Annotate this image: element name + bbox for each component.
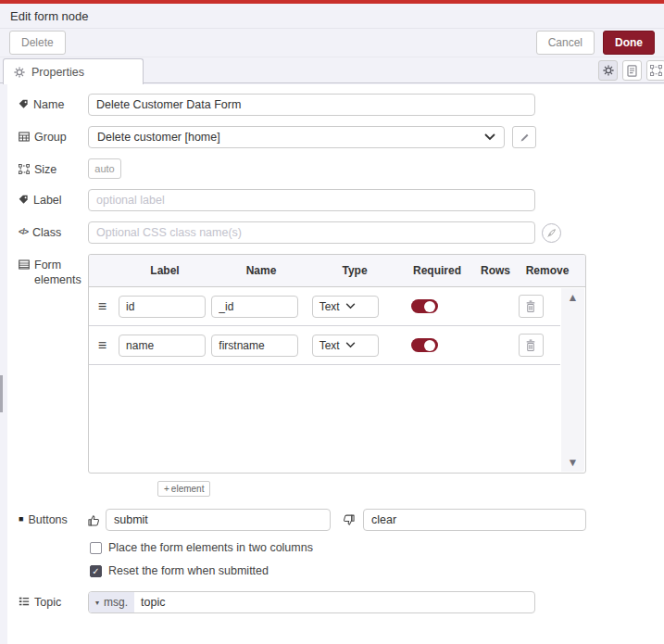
two-columns-label: Place the form elements in two columns [108, 541, 313, 554]
size-auto-button[interactable]: auto [88, 158, 121, 179]
table-row: ≡ Text [89, 326, 560, 365]
reset-form-checkbox[interactable]: ✓ [90, 565, 102, 577]
drag-handle-icon[interactable]: ≡ [98, 338, 106, 353]
editor-tabbar: Properties [0, 57, 664, 83]
add-element-button[interactable]: +element [157, 481, 210, 497]
appearance-tab-button[interactable] [646, 60, 664, 81]
name-row: Name [19, 94, 664, 116]
header-required: Required [400, 264, 474, 277]
topic-type-label: msg. [104, 596, 128, 609]
header-label: Label [117, 264, 213, 277]
form-elements-table: Label Name Type Required Rows Remove ≡ [88, 254, 586, 474]
two-columns-option: Place the form elements in two columns [90, 541, 664, 554]
name-label: Name [19, 94, 88, 113]
object-group-icon [19, 163, 30, 174]
label-label: Label [19, 189, 88, 208]
element-type-select[interactable]: Text [312, 335, 379, 357]
element-label-input[interactable] [119, 335, 206, 357]
form-elements-table-header: Label Name Type Required Rows Remove [89, 255, 585, 287]
class-picker-button[interactable] [542, 223, 561, 243]
caret-down-icon: ▾ [95, 599, 99, 607]
dialog-title: Edit form node [0, 4, 664, 29]
description-tab-button[interactable] [622, 60, 642, 81]
properties-tab-gear-button[interactable] [598, 60, 618, 81]
required-toggle[interactable] [411, 338, 438, 352]
buttons-inputs [88, 509, 586, 531]
document-icon [627, 65, 637, 77]
remove-element-button[interactable] [519, 334, 544, 357]
size-label: Size [19, 158, 88, 178]
scroll-down-icon[interactable]: ▼ [568, 457, 579, 468]
tab-icon-buttons [598, 60, 664, 81]
topic-row: Topic ▾ msg. topic [19, 591, 664, 613]
remove-element-button[interactable] [519, 295, 544, 318]
chevron-down-icon [345, 342, 371, 348]
clear-button-input[interactable] [363, 509, 586, 531]
table-row: ≡ Text [89, 287, 560, 326]
drag-handle-icon[interactable]: ≡ [98, 299, 106, 314]
trash-icon [525, 300, 536, 313]
topic-label: Topic [19, 591, 88, 611]
table-scrollbar[interactable]: ▲ ▼ [561, 288, 584, 472]
buttons-label: ■ Buttons [19, 509, 88, 528]
tab-properties[interactable]: Properties [3, 58, 144, 84]
pencil-icon [520, 133, 530, 143]
thumbs-down-icon [343, 514, 355, 526]
element-type-select[interactable]: Text [312, 296, 379, 318]
size-row: Size auto [19, 158, 664, 179]
feather-icon [546, 228, 557, 238]
tray-resize-grip[interactable] [0, 375, 3, 412]
group-selected-value: Delete customer [home] [97, 131, 484, 144]
tab-properties-label: Properties [31, 66, 84, 79]
tasks-icon [19, 596, 30, 607]
scroll-up-icon[interactable]: ▲ [568, 292, 579, 303]
gear-icon [603, 65, 614, 76]
gear-icon [14, 67, 25, 78]
done-button[interactable]: Done [603, 31, 655, 55]
element-type-value: Text [319, 300, 345, 313]
header-type: Type [309, 264, 400, 277]
tag-icon [19, 98, 29, 109]
list-table-icon [19, 259, 30, 270]
group-label: Group [19, 126, 88, 145]
element-label-input[interactable] [119, 296, 206, 318]
form-elements-table-body: ≡ Text [89, 287, 585, 473]
group-row: Group Delete customer [home] [19, 126, 664, 148]
required-toggle[interactable] [411, 299, 438, 313]
properties-form: Name Group Delete customer [home] [7, 84, 664, 644]
label-input[interactable] [88, 189, 535, 211]
header-remove: Remove [517, 264, 578, 277]
topic-type-selector[interactable]: ▾ msg. [89, 592, 134, 612]
buttons-row: ■ Buttons [19, 509, 664, 531]
tag-icon [19, 194, 29, 205]
edit-group-button[interactable] [512, 126, 536, 148]
code-icon: </> [19, 226, 28, 237]
form-elements-label: Form elements [19, 254, 88, 287]
element-name-input[interactable] [211, 296, 298, 318]
label-row: Label [19, 189, 664, 211]
plus-icon: + [164, 484, 169, 494]
element-type-value: Text [319, 339, 345, 352]
header-name: Name [213, 264, 309, 277]
object-group-icon [650, 65, 662, 76]
class-label: </> Class [19, 221, 88, 241]
thumbs-up-icon [88, 514, 100, 526]
element-name-input[interactable] [211, 335, 298, 357]
class-input[interactable] [88, 221, 535, 244]
chevron-down-icon [484, 133, 495, 141]
table-grid-icon [19, 131, 30, 142]
reset-form-label: Reset the form when submitted [108, 564, 269, 577]
delete-button[interactable]: Delete [9, 31, 66, 55]
header-rows: Rows [474, 264, 517, 277]
submit-button-input[interactable] [106, 509, 331, 531]
form-elements-row: Form elements Label Name Type Required R… [19, 254, 664, 497]
class-row: </> Class [19, 221, 664, 244]
chevron-down-icon [345, 303, 371, 309]
reset-form-option: ✓ Reset the form when submitted [90, 564, 664, 577]
cancel-button[interactable]: Cancel [536, 31, 595, 55]
name-input[interactable] [88, 94, 535, 116]
group-select[interactable]: Delete customer [home] [88, 126, 505, 148]
topic-typed-input[interactable]: ▾ msg. topic [88, 591, 535, 613]
two-columns-checkbox[interactable] [90, 542, 102, 554]
dialog-toolbar: Delete Cancel Done [0, 29, 664, 57]
